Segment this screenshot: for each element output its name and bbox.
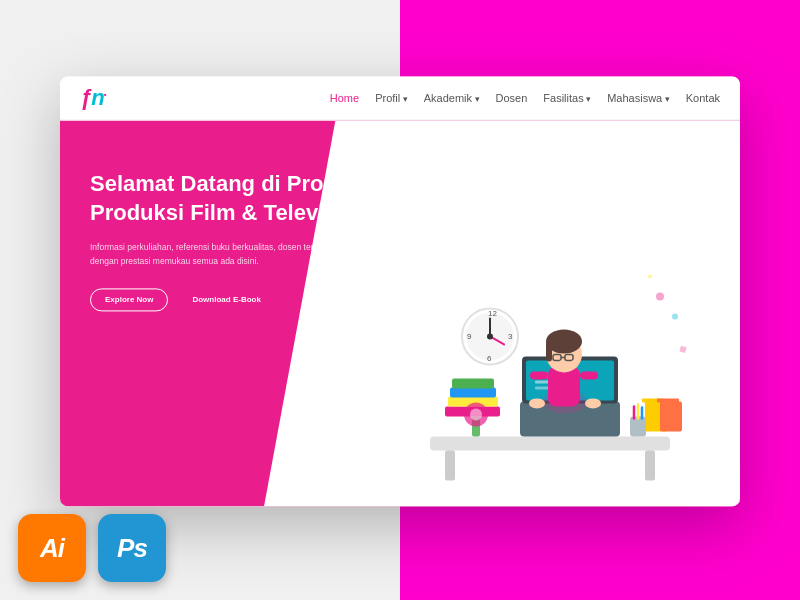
hero-buttons: Explore Now Download E-Book (90, 289, 350, 312)
hero-description: Informasi perkuliahan, referensi buku be… (90, 242, 350, 269)
nav-akademik[interactable]: Akademik (424, 92, 480, 104)
adobe-photoshop-icon: Ps (98, 514, 166, 582)
nav-profil[interactable]: Profil (375, 92, 408, 104)
svg-text:6: 6 (487, 354, 492, 363)
hero-title: Selamat Datang di Prodi Produksi Film & … (90, 170, 350, 227)
adobe-illustrator-icon: Ai (18, 514, 86, 582)
svg-point-48 (648, 274, 652, 278)
svg-point-14 (487, 333, 493, 339)
svg-rect-34 (452, 378, 494, 388)
nav-dosen[interactable]: Dosen (496, 92, 528, 104)
svg-point-46 (656, 292, 664, 300)
browser-window: ƒn• Home Profil Akademik Dosen Fasilitas… (60, 76, 740, 506)
hero-section: Selamat Datang di Prodi Produksi Film & … (60, 120, 740, 506)
download-button[interactable]: Download E-Book (178, 289, 274, 312)
svg-point-29 (529, 398, 545, 408)
logo: ƒn• (80, 85, 106, 111)
svg-rect-1 (445, 450, 455, 480)
svg-rect-8 (535, 380, 550, 383)
svg-rect-0 (430, 436, 670, 450)
ps-label: Ps (117, 533, 147, 564)
svg-text:12: 12 (488, 309, 497, 318)
svg-rect-27 (530, 371, 548, 379)
nav-fasilitas[interactable]: Fasilitas (543, 92, 591, 104)
hero-content: Selamat Datang di Prodi Produksi Film & … (90, 170, 350, 311)
nav-home[interactable]: Home (330, 92, 359, 104)
svg-rect-49 (679, 346, 686, 353)
svg-text:3: 3 (508, 332, 513, 341)
explore-button[interactable]: Explore Now (90, 289, 168, 312)
svg-rect-41 (657, 398, 679, 402)
svg-rect-28 (580, 371, 598, 379)
svg-point-30 (585, 398, 601, 408)
svg-rect-2 (645, 450, 655, 480)
navbar: ƒn• Home Profil Akademik Dosen Fasilitas… (60, 76, 740, 120)
nav-mahasiswa[interactable]: Mahasiswa (607, 92, 670, 104)
svg-text:9: 9 (467, 332, 472, 341)
svg-rect-40 (660, 401, 682, 431)
svg-rect-33 (450, 387, 496, 397)
tools-bar: Ai Ps (18, 514, 166, 582)
nav-links: Home Profil Akademik Dosen Fasilitas Mah… (330, 92, 720, 104)
svg-point-37 (470, 408, 482, 420)
svg-point-47 (672, 313, 678, 319)
hero-illustration: 12 3 6 9 (390, 206, 710, 506)
svg-rect-23 (546, 341, 552, 361)
nav-kontak[interactable]: Kontak (686, 92, 720, 104)
ai-label: Ai (40, 533, 64, 564)
